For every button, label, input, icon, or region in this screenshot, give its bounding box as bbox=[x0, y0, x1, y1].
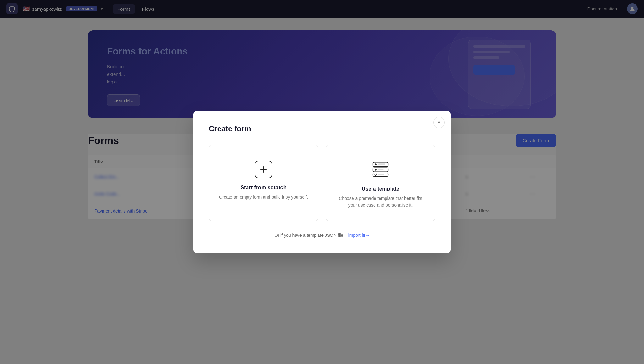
svg-point-4 bbox=[375, 163, 377, 165]
modal-close-button[interactable]: × bbox=[433, 117, 445, 128]
import-link[interactable]: import it!→ bbox=[348, 233, 370, 238]
scratch-option-desc: Create an empty form and build it by you… bbox=[219, 194, 308, 201]
modal-title: Create form bbox=[209, 124, 435, 133]
svg-rect-10 bbox=[378, 174, 384, 175]
modal-options: Start from scratch Create an empty form … bbox=[209, 145, 435, 221]
svg-rect-8 bbox=[378, 169, 384, 170]
template-icon bbox=[372, 161, 389, 179]
create-form-modal: × Create form Start from scratch Create … bbox=[193, 111, 451, 253]
svg-rect-5 bbox=[378, 163, 385, 165]
footer-text: Or if you have a template JSON file, bbox=[275, 233, 345, 238]
scratch-option-title: Start from scratch bbox=[241, 185, 286, 191]
option-template[interactable]: Use a template Choose a premade template… bbox=[326, 145, 435, 221]
template-option-desc: Choose a premade template that better fi… bbox=[336, 195, 425, 208]
modal-footer: Or if you have a template JSON file, imp… bbox=[209, 233, 435, 238]
option-scratch[interactable]: Start from scratch Create an empty form … bbox=[209, 145, 318, 221]
modal-overlay[interactable]: × Create form Start from scratch Create … bbox=[0, 0, 644, 364]
template-option-title: Use a template bbox=[362, 186, 399, 192]
svg-point-7 bbox=[375, 169, 377, 171]
scratch-icon bbox=[255, 161, 272, 178]
